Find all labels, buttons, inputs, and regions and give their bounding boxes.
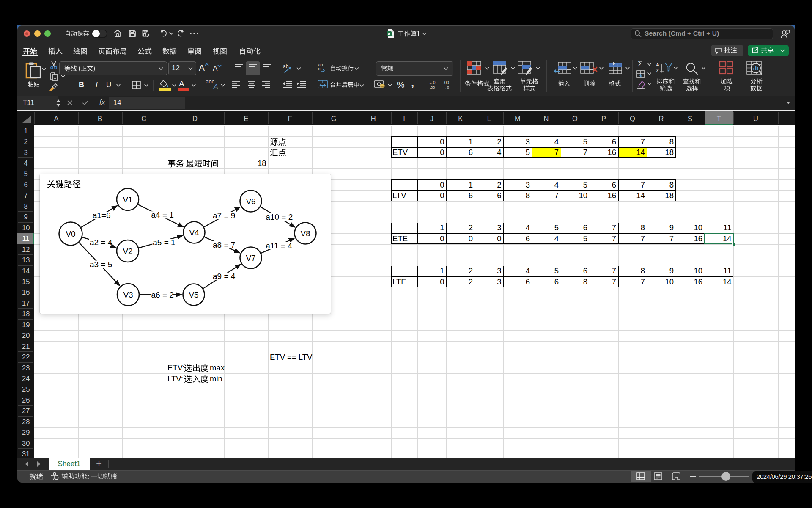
svg-text:V3: V3 bbox=[123, 290, 133, 299]
svg-text:c: c bbox=[318, 66, 320, 71]
svg-text:V4: V4 bbox=[189, 228, 199, 237]
svg-text:a8 = 7: a8 = 7 bbox=[213, 240, 235, 249]
svg-text:V0: V0 bbox=[66, 229, 75, 238]
svg-text:V7: V7 bbox=[246, 254, 255, 262]
svg-text:→0: →0 bbox=[443, 86, 449, 90]
svg-text:V6: V6 bbox=[246, 197, 255, 206]
svg-text:V2: V2 bbox=[123, 247, 132, 256]
svg-text:a1=6: a1=6 bbox=[93, 211, 111, 220]
svg-text:V5: V5 bbox=[189, 290, 198, 299]
svg-text:←0: ←0 bbox=[429, 80, 436, 85]
svg-text:Z: Z bbox=[656, 68, 659, 73]
svg-text:a7 = 9: a7 = 9 bbox=[213, 211, 235, 220]
svg-text:a10 = 2: a10 = 2 bbox=[266, 213, 293, 221]
svg-text:V8: V8 bbox=[300, 229, 310, 238]
svg-text:a9 = 4: a9 = 4 bbox=[213, 272, 236, 281]
svg-text:A: A bbox=[656, 62, 659, 67]
svg-text:ab: ab bbox=[283, 64, 289, 69]
svg-text:a3 = 5: a3 = 5 bbox=[90, 260, 112, 269]
svg-text:a5 = 1: a5 = 1 bbox=[153, 238, 175, 247]
svg-text:.00: .00 bbox=[443, 80, 449, 85]
svg-text:V1: V1 bbox=[123, 195, 132, 204]
svg-text:a4 = 1: a4 = 1 bbox=[151, 210, 174, 219]
svg-text:.00: .00 bbox=[430, 86, 435, 90]
svg-text:a6 = 2: a6 = 2 bbox=[151, 290, 174, 299]
svg-text:a11 = 4: a11 = 4 bbox=[266, 241, 292, 250]
svg-text:a2 = 4: a2 = 4 bbox=[90, 238, 112, 247]
